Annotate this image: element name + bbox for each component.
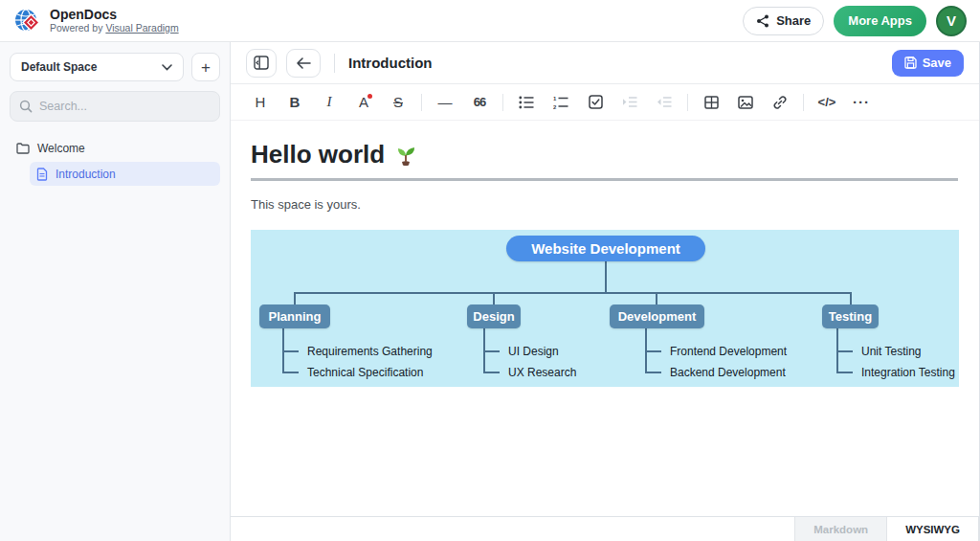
mindmap-root-node: Website Development xyxy=(506,236,705,261)
mindmap-leaf: UI Design xyxy=(483,344,559,359)
search-box[interactable] xyxy=(10,91,220,122)
mindmap-branch-development: Development xyxy=(610,304,704,328)
toolbar-separator xyxy=(803,94,804,111)
svg-text:1: 1 xyxy=(553,96,557,101)
svg-text:2: 2 xyxy=(553,103,557,109)
indent-button[interactable] xyxy=(615,89,644,116)
mindmap-leaf: Unit Testing xyxy=(836,344,921,359)
add-space-button[interactable]: + xyxy=(191,53,220,81)
back-button[interactable] xyxy=(286,49,321,78)
more-apps-button[interactable]: More Apps xyxy=(834,6,926,36)
visual-paradigm-link[interactable]: Visual Paradigm xyxy=(105,22,178,34)
numbered-list-button[interactable]: 12 xyxy=(546,89,575,116)
formatting-toolbar: H B I A S — 66 12 xyxy=(231,84,979,121)
tree-item-introduction[interactable]: Introduction xyxy=(30,162,220,186)
avatar[interactable]: V xyxy=(936,6,967,36)
connector-line xyxy=(294,292,852,294)
page-title: Introduction xyxy=(348,55,432,71)
connector-line xyxy=(605,261,607,292)
task-list-button[interactable] xyxy=(581,89,610,116)
document-body[interactable]: Hello world This space is yours. xyxy=(231,121,979,516)
editor-mode-bar: Markdown WYSIWYG xyxy=(231,516,979,541)
tab-wysiwyg[interactable]: WYSIWYG xyxy=(887,517,979,541)
chevron-down-icon xyxy=(162,64,172,71)
panel-collapse-icon xyxy=(254,56,269,70)
connector-line xyxy=(493,292,495,304)
folder-icon xyxy=(16,143,30,154)
color-dot xyxy=(368,94,372,99)
more-options-button[interactable]: ··· xyxy=(847,89,876,116)
bold-button[interactable]: B xyxy=(280,89,309,116)
topbar-actions: Share More Apps V xyxy=(743,6,967,36)
connector-line xyxy=(850,292,852,304)
seedling-emoji xyxy=(393,143,418,168)
document-paragraph: This space is yours. xyxy=(251,197,958,212)
heading-rule xyxy=(251,178,958,181)
code-button[interactable]: </> xyxy=(813,89,841,116)
bulleted-list-button[interactable] xyxy=(512,89,541,116)
tab-markdown[interactable]: Markdown xyxy=(794,517,887,541)
search-input[interactable] xyxy=(39,100,211,113)
toolbar-separator xyxy=(687,94,688,111)
heading-button[interactable]: H xyxy=(246,89,275,116)
document-heading: Hello world xyxy=(251,140,958,169)
mindmap-diagram[interactable]: Website Development Planning Design Deve… xyxy=(251,230,959,387)
editor-header: Introduction Save xyxy=(231,42,979,84)
blockquote-button[interactable]: 66 xyxy=(465,89,494,116)
space-selector[interactable]: Default Space xyxy=(10,53,184,81)
toolbar-separator xyxy=(502,94,503,111)
mindmap-branch-planning: Planning xyxy=(259,304,330,328)
tree-item-welcome[interactable]: Welcome xyxy=(10,136,220,160)
outdent-button[interactable] xyxy=(650,89,679,116)
document-icon xyxy=(36,168,48,181)
tree-item-label: Introduction xyxy=(56,168,116,181)
save-icon xyxy=(904,56,917,69)
opendocs-logo-icon xyxy=(13,7,42,35)
table-button[interactable] xyxy=(697,89,725,116)
mindmap-leaf: UX Research xyxy=(483,365,576,380)
mindmap-leaf: Backend Development xyxy=(645,365,786,380)
divider xyxy=(334,54,335,73)
mindmap-leaf: Frontend Development xyxy=(645,344,787,359)
mindmap-branch-testing: Testing xyxy=(822,304,879,328)
brand: OpenDocs Powered by Visual Paradigm xyxy=(13,7,179,35)
horizontal-rule-button[interactable]: — xyxy=(431,89,459,116)
toggle-sidebar-button[interactable] xyxy=(246,49,277,78)
app-title: OpenDocs xyxy=(50,8,179,22)
powered-by: Powered by Visual Paradigm xyxy=(50,22,179,34)
text-color-button[interactable]: A xyxy=(349,89,378,116)
app-header: OpenDocs Powered by Visual Paradigm Shar… xyxy=(0,0,980,42)
document-tree: Welcome Introduction xyxy=(10,136,220,186)
search-icon xyxy=(19,100,33,113)
tree-item-label: Welcome xyxy=(37,142,85,155)
share-button[interactable]: Share xyxy=(743,7,824,35)
mindmap-branch-design: Design xyxy=(467,304,521,328)
connector-line xyxy=(294,292,296,304)
mindmap-leaf: Requirements Gathering xyxy=(282,344,433,359)
mindmap-leaf: Technical Specification xyxy=(282,365,423,380)
share-icon xyxy=(756,14,769,28)
toolbar-separator xyxy=(421,94,422,111)
sidebar: Default Space + Welcome xyxy=(0,42,231,541)
mindmap-leaf: Integration Testing xyxy=(836,365,955,380)
link-button[interactable] xyxy=(766,89,794,116)
strikethrough-button[interactable]: S xyxy=(384,89,412,116)
image-button[interactable] xyxy=(731,89,760,116)
save-button[interactable]: Save xyxy=(892,50,964,77)
back-arrow-icon xyxy=(296,57,311,69)
connector-line xyxy=(656,292,657,304)
editor-pane: Introduction Save H B I A S — 66 12 xyxy=(231,42,980,541)
italic-button[interactable]: I xyxy=(315,89,344,116)
